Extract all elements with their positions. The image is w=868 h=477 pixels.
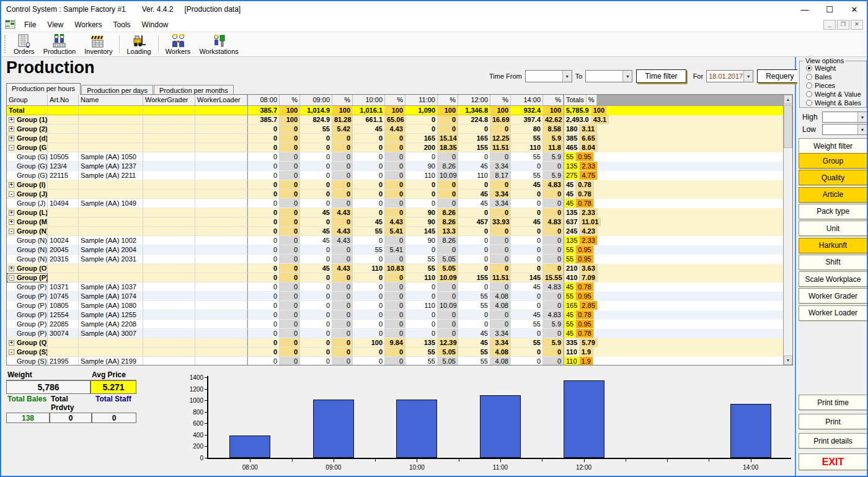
table-row[interactable]: Group (G)10505Sample (AA) 10500000000000…	[7, 152, 783, 162]
tab-production-per-hours[interactable]: Production per hours	[6, 83, 81, 95]
exit-button[interactable]: EXIT	[799, 453, 867, 470]
table-row[interactable]: Group (J)10494Sample (AA) 10490000000045…	[7, 199, 783, 208]
scroll-down-icon[interactable]: ▼	[784, 356, 792, 365]
menu-item-view[interactable]: View	[42, 19, 69, 31]
scroll-up-icon[interactable]: ▲	[784, 95, 792, 104]
column-header-1100[interactable]: 11:00	[405, 95, 438, 105]
table-row[interactable]: Group (N)20315Sample (AA) 2031000000555.…	[7, 255, 783, 264]
table-row[interactable]: -Group (N)00454.43555.4114513.300002454.…	[7, 227, 783, 236]
mdi-minimize-icon[interactable]: _	[823, 20, 836, 30]
table-row[interactable]: Group (P)10745Sample (AA) 10740000000055…	[7, 292, 783, 301]
table-row[interactable]: +Group (L)00454.4300908.2600001352.33	[7, 208, 783, 217]
toolbar-button-production[interactable]: Production	[39, 33, 81, 56]
scroll-thumb[interactable]	[784, 105, 792, 148]
table-row[interactable]: -Group (G)00000020018.3515511.5111011.84…	[7, 143, 783, 152]
column-header-1200[interactable]: 12:00	[458, 95, 490, 105]
table-row[interactable]: +Group (M)0000454.43908.2645733.93454.83…	[7, 217, 783, 227]
filter-button-quality[interactable]: Quality	[799, 170, 867, 185]
column-header-[interactable]: %	[385, 95, 405, 105]
expand-icon[interactable]: +	[9, 126, 14, 132]
toolbar-drag-handle[interactable]	[4, 35, 7, 53]
time-filter-button[interactable]: Time filter	[636, 69, 686, 83]
maximize-icon[interactable]: ☐	[817, 1, 842, 17]
table-row[interactable]: -Group (P)00000011010.0915511.5114515.55…	[7, 273, 783, 282]
filter-button-shift[interactable]: Shift	[799, 255, 867, 270]
toolbar-button-inventory[interactable]: Inventory	[80, 33, 117, 56]
table-row[interactable]: Group (P)12554Sample (AA) 12550000000000…	[7, 310, 783, 320]
menu-item-file[interactable]: File	[19, 19, 42, 31]
table-row[interactable]: Group (P)30074Sample (AA) 30070000000045…	[7, 329, 783, 338]
collapse-icon[interactable]: -	[9, 229, 14, 234]
tab-production-per-months[interactable]: Production per months	[154, 85, 234, 95]
column-header-[interactable]: %	[490, 95, 511, 105]
weight-filter-button[interactable]: Weight filter	[799, 138, 867, 154]
collapse-icon[interactable]: -	[9, 191, 14, 197]
mdi-close-icon[interactable]: ✕	[851, 20, 863, 30]
expand-icon[interactable]: +	[9, 210, 14, 216]
time-to-select[interactable]: ▼	[585, 70, 632, 82]
menu-item-window[interactable]: Window	[136, 19, 174, 31]
column-header-0900[interactable]: 09:00	[300, 95, 332, 105]
expand-icon[interactable]: +	[9, 117, 14, 123]
column-header-[interactable]: %	[543, 95, 564, 105]
radio-icon[interactable]	[806, 91, 812, 97]
time-from-select[interactable]: ▼	[525, 70, 572, 82]
table-row[interactable]: +Group (O)00454.4311010.83555.0500002103…	[7, 264, 783, 273]
collapse-icon[interactable]: -	[9, 145, 14, 151]
filter-button-group[interactable]: Group	[799, 153, 867, 168]
column-header-[interactable]: %	[280, 95, 300, 105]
toolbar-button-workstations[interactable]: Workstations	[195, 33, 242, 56]
toolbar-button-loading[interactable]: Loading	[122, 33, 155, 56]
column-header-totals[interactable]: Totals	[564, 95, 587, 105]
column-header-[interactable]: %	[332, 95, 353, 105]
print-button-print[interactable]: Print	[799, 414, 867, 429]
table-row[interactable]: +Group (I)0000000000454.83450.78	[7, 180, 783, 190]
table-row[interactable]: +Group (d)00000016515.1416512.25555.9385…	[7, 134, 783, 143]
minimize-icon[interactable]: —	[792, 1, 817, 17]
requery-button[interactable]: Requery	[757, 69, 802, 83]
column-header-workerloader[interactable]: WorkerLoader	[195, 95, 247, 105]
column-header-[interactable]: %	[587, 95, 597, 105]
chevron-down-icon[interactable]: ▼	[857, 112, 867, 122]
view-option-weightvalue[interactable]: Weight & Value	[806, 90, 866, 98]
expand-icon[interactable]: +	[9, 219, 14, 225]
radio-icon[interactable]	[806, 65, 812, 71]
table-row[interactable]: Group (P)10371Sample (AA) 10370000000000…	[7, 282, 783, 292]
high-select[interactable]: ▼	[822, 112, 867, 123]
table-row[interactable]: -Group (J)00000000453.3400450.78	[7, 190, 783, 199]
tab-production-per-days[interactable]: Production per days	[81, 85, 153, 95]
column-header-1400[interactable]: 14:00	[511, 95, 543, 105]
table-row[interactable]: Group (N)10024Sample (AA) 100200454.4300…	[7, 236, 783, 245]
view-option-pieces[interactable]: Pieces	[806, 81, 866, 89]
column-header-artno[interactable]: Art.No	[48, 95, 79, 105]
radio-icon[interactable]	[806, 82, 812, 89]
table-row[interactable]: Group (S)21995Sample (AA) 2199000000555.…	[7, 357, 783, 365]
column-header-[interactable]: %	[438, 95, 458, 105]
chevron-down-icon[interactable]: ▼	[743, 71, 753, 82]
toolbar-button-workers[interactable]: Workers	[161, 33, 195, 56]
expand-icon[interactable]: +	[9, 266, 14, 271]
column-header-workergrader[interactable]: WorkerGrader	[143, 95, 195, 105]
collapse-icon[interactable]: -	[9, 349, 14, 355]
low-select[interactable]: ▼	[822, 124, 867, 135]
filter-button-worker-grader[interactable]: Worker Grader	[799, 288, 867, 304]
collapse-icon[interactable]: -	[9, 275, 14, 281]
print-button-print-time[interactable]: Print time	[799, 395, 867, 410]
menu-item-workers[interactable]: Workers	[69, 19, 107, 31]
table-row[interactable]: +Group (Q)00001009.8413512.39453.34555.9…	[7, 338, 783, 348]
radio-icon[interactable]	[806, 100, 812, 106]
column-header-name[interactable]: Name	[79, 95, 143, 105]
view-option-weightbales[interactable]: Weight & Bales	[806, 98, 866, 107]
table-row[interactable]: Total385.71001,014.91001,016.11001,09010…	[7, 106, 783, 115]
chevron-down-icon[interactable]: ▼	[562, 71, 572, 82]
expand-icon[interactable]: +	[9, 340, 14, 346]
column-header-0800[interactable]: 08:00	[247, 95, 280, 105]
filter-button-pack-type[interactable]: Pack type	[799, 204, 867, 219]
filter-button-article[interactable]: Article	[799, 187, 867, 203]
toolbar-button-orders[interactable]: Orders	[9, 33, 39, 56]
filter-button-scale-workplace[interactable]: Scale Workplace	[799, 271, 867, 287]
expand-icon[interactable]: +	[9, 182, 14, 188]
vertical-scrollbar[interactable]: ▲ ▼	[783, 95, 792, 365]
filter-button-harkunft[interactable]: Harkunft	[799, 238, 867, 253]
table-row[interactable]: +Group (2)00555.42454.430000808.581803.1…	[7, 125, 783, 134]
